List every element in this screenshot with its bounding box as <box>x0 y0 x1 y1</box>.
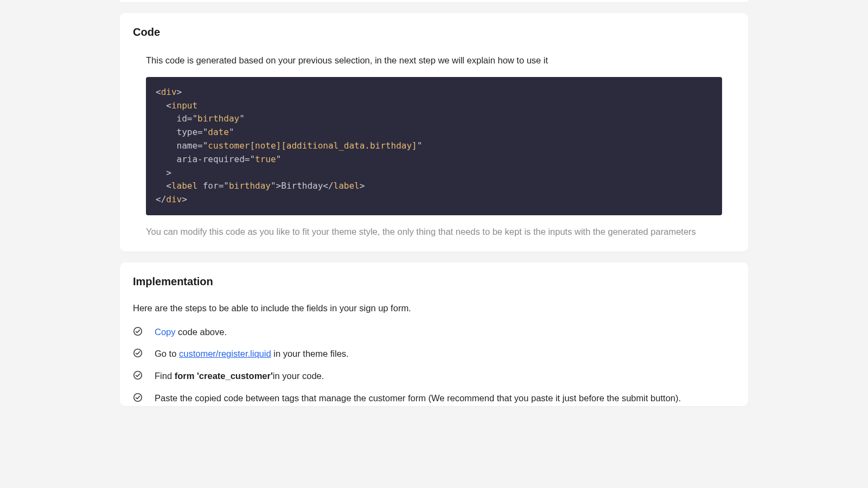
previous-card-bottom <box>120 0 748 2</box>
implementation-steps: Copy code above.Go to customer/register.… <box>133 325 735 406</box>
implementation-step: Find form 'create_customer'in your code. <box>133 369 735 384</box>
code-card: Code This code is generated based on you… <box>120 13 748 252</box>
svg-point-3 <box>134 394 142 401</box>
check-circle-icon <box>133 326 143 340</box>
copy-link[interactable]: Copy <box>155 327 176 337</box>
file-link[interactable]: customer/register.liquid <box>179 349 271 358</box>
implementation-heading: Implementation <box>133 275 735 288</box>
check-circle-icon <box>133 370 143 384</box>
implementation-step: Copy code above. <box>133 325 735 340</box>
code-note: You can modify this code as you like to … <box>146 225 722 239</box>
step-text: Copy code above. <box>155 325 735 339</box>
step-text: Go to customer/register.liquid in your t… <box>155 347 735 361</box>
code-description: This code is generated based on your pre… <box>146 54 722 67</box>
code-snippet[interactable]: <div> <input id="birthday" type="date" n… <box>146 77 722 215</box>
check-circle-icon <box>133 393 143 406</box>
svg-point-1 <box>134 349 142 357</box>
step-text: Paste the copied code between tags that … <box>155 391 735 405</box>
step-text: Find form 'create_customer'in your code. <box>155 369 735 383</box>
emphasis: form 'create_customer' <box>175 371 273 381</box>
check-circle-icon <box>133 348 143 362</box>
implementation-step: Go to customer/register.liquid in your t… <box>133 347 735 362</box>
implementation-card: Implementation Here are the steps to be … <box>120 262 748 406</box>
implementation-lead: Here are the steps to be able to include… <box>133 303 735 313</box>
implementation-step: Paste the copied code between tags that … <box>133 391 735 406</box>
code-heading: Code <box>133 26 735 38</box>
svg-point-2 <box>134 371 142 379</box>
svg-point-0 <box>134 327 142 335</box>
